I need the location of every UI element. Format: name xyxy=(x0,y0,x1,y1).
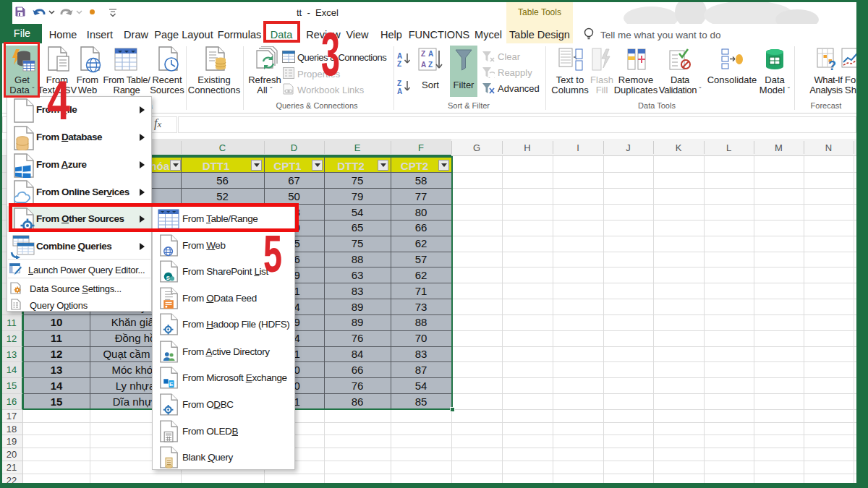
svg-text:5: 5 xyxy=(263,225,282,283)
svg-text:Z: Z xyxy=(397,60,401,67)
svg-text:A: A xyxy=(397,87,402,95)
svg-text:Z: Z xyxy=(397,80,401,87)
svg-text:Z: Z xyxy=(421,50,425,58)
svg-text:A: A xyxy=(397,52,402,60)
svg-text:A: A xyxy=(428,50,433,58)
svg-text:3: 3 xyxy=(321,19,340,88)
svg-text:Z: Z xyxy=(428,61,433,69)
svg-text:A: A xyxy=(421,61,426,69)
svg-text:?: ? xyxy=(828,59,836,71)
svg-text:E: E xyxy=(169,381,174,388)
svg-text:s: s xyxy=(166,273,170,281)
svg-text:4: 4 xyxy=(47,69,70,131)
